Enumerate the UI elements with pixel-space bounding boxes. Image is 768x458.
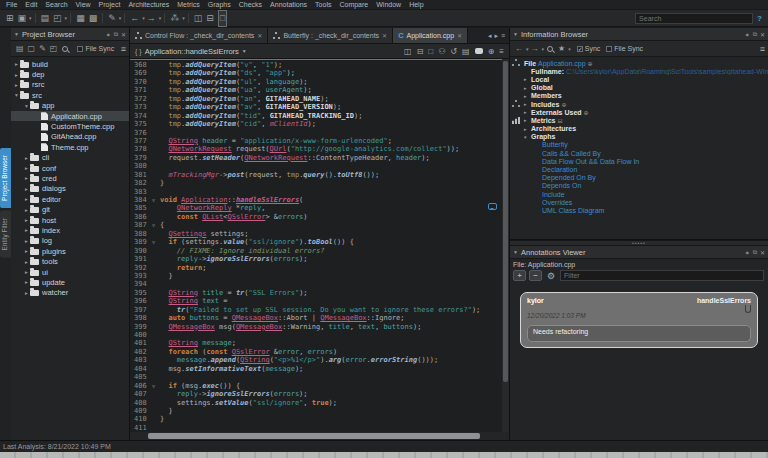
forward-icon[interactable]: → xyxy=(531,44,539,53)
tree-row-dialogs[interactable]: ▸dialogs xyxy=(11,184,129,194)
info-row-depended-on-by[interactable]: Depended On By xyxy=(524,174,768,182)
code-line[interactable]: 388 QSettings settings; xyxy=(130,230,509,238)
tree-row-dep[interactable]: ▸dep xyxy=(11,69,129,79)
graph-link[interactable]: Overrides xyxy=(542,199,572,206)
code-line[interactable]: 393 } xyxy=(130,272,509,280)
float-window-icon[interactable]: ⧉ xyxy=(753,31,757,38)
info-row-architectures[interactable]: ▸Architectures xyxy=(524,125,768,133)
graph-icon[interactable] xyxy=(512,100,521,108)
code-line[interactable]: 392 return; xyxy=(130,264,509,272)
expander-icon[interactable]: ▸ xyxy=(524,126,531,132)
file-sync-checkbox[interactable] xyxy=(606,46,612,52)
expander-icon[interactable]: ▸ xyxy=(23,238,30,244)
menu-help[interactable]: Help xyxy=(405,0,427,9)
menu-search[interactable]: Search xyxy=(41,0,71,9)
pin-icon[interactable]: ✶ xyxy=(745,31,750,38)
info-row-declaration[interactable]: Declaration xyxy=(524,165,768,173)
expander-icon[interactable]: ▸ xyxy=(23,155,30,161)
add-annotation-button[interactable]: + xyxy=(513,270,526,281)
code-line[interactable]: 397 tr("Failed to set up SSL session. Do… xyxy=(130,306,509,314)
open-folder-icon[interactable]: ◰ xyxy=(50,44,58,53)
annotation-marker-icon[interactable] xyxy=(488,203,497,210)
info-row-calls-called-by[interactable]: Calls && Called By xyxy=(524,149,768,157)
sync-checkbox[interactable] xyxy=(577,46,583,52)
info-row-data-flow-out-data-flow-in[interactable]: Data Flow Out && Data Flow In xyxy=(524,157,768,165)
graph-icon[interactable]: ⁂ xyxy=(170,11,179,26)
history-icon[interactable]: ↺ xyxy=(450,47,457,56)
code-line[interactable]: 378 QNetworkRequest request(QUrl("http:/… xyxy=(130,145,509,153)
menu-icon[interactable]: ≡ xyxy=(760,44,765,54)
code-view[interactable]: 368 tmp.addQueryItem("v", "1");369 tmp.a… xyxy=(130,59,509,432)
expand-all-icon[interactable]: ⊟ xyxy=(558,117,563,124)
save-icon[interactable]: ▦ xyxy=(76,11,85,26)
editor-vertical-scrollbar[interactable] xyxy=(502,59,509,432)
menu-graphs[interactable]: Graphs xyxy=(204,0,235,9)
editor-tab-control-flow-check-dir-contents[interactable]: Control Flow : _check_dir_contents✕ xyxy=(130,28,268,43)
info-row-metrics[interactable]: ▸Metrics⊟ xyxy=(524,116,768,124)
editor-tab-butterfly-check-dir-contents[interactable]: Butterfly : _check_dir_contents✕ xyxy=(268,28,393,43)
expander-icon[interactable]: ▸ xyxy=(23,186,30,192)
menu-metrics[interactable]: Metrics xyxy=(173,0,204,9)
chevron-down-icon[interactable]: ▼ xyxy=(513,31,518,37)
back-icon[interactable]: ← xyxy=(515,44,523,53)
info-row-includes[interactable]: ▸Includes⊕ xyxy=(524,100,768,108)
tree-row-rsrc[interactable]: ▸rsrc xyxy=(11,80,129,90)
code-line[interactable]: 379 request.setHeader(QNetworkRequest::C… xyxy=(130,154,509,162)
tab-scroll-left-icon[interactable]: ◂ xyxy=(488,32,492,40)
document-icon[interactable]: ▤ xyxy=(462,47,470,56)
code-line[interactable]: 394 xyxy=(130,280,509,288)
tree-row-editor[interactable]: ▸editor xyxy=(11,194,129,204)
expander-icon[interactable]: ▸ xyxy=(13,82,20,88)
code-line[interactable]: 372 tmp.addQueryItem("an", GITAHEAD_NAME… xyxy=(130,95,509,103)
annotation-card[interactable]: kylor handleSslErrors 12/20/2022 1:03 PM… xyxy=(520,292,758,348)
code-line[interactable]: 390 // FIXME: Ignore individual errors? xyxy=(130,247,509,255)
new-file-icon[interactable]: ▤ xyxy=(41,11,50,26)
search-icon[interactable] xyxy=(62,46,68,52)
tree-row-index[interactable]: ▸index xyxy=(11,225,129,235)
close-icon[interactable]: ✕ xyxy=(382,32,387,39)
layout-columns-icon[interactable]: ◫ xyxy=(404,47,412,56)
info-row-local[interactable]: ▸Local xyxy=(524,75,768,83)
menu-edit[interactable]: Edit xyxy=(21,0,41,9)
tree-row-build[interactable]: ▸build xyxy=(11,59,129,69)
close-icon[interactable]: ✕ xyxy=(457,32,462,39)
fold-icon[interactable]: ▽ xyxy=(152,221,160,229)
tree-row-watcher[interactable]: ▸watcher xyxy=(11,288,129,298)
code-line[interactable]: 380 xyxy=(130,162,509,170)
expander-icon[interactable]: ▸ xyxy=(524,93,531,99)
menu-checks[interactable]: Checks xyxy=(235,0,266,9)
expander-icon[interactable]: ▸ xyxy=(23,259,30,265)
graph-link[interactable]: Data Flow Out && Data Flow In xyxy=(542,158,639,165)
code-line[interactable]: 401 QString message; xyxy=(130,339,509,347)
tree-row-application-cpp[interactable]: Application.cpp xyxy=(11,111,129,121)
info-row-overrides[interactable]: Overrides xyxy=(524,198,768,206)
tree-row-cli[interactable]: ▸cli xyxy=(11,153,129,163)
tree-row-tools[interactable]: ▸tools xyxy=(11,256,129,266)
graph-link[interactable]: Include xyxy=(542,191,565,198)
float-window-icon[interactable]: ⧉ xyxy=(114,31,118,38)
tree-row-theme-cpp[interactable]: Theme.cpp xyxy=(11,142,129,152)
code-line[interactable]: 399 QMessageBox msg(QMessageBox::Warning… xyxy=(130,323,509,331)
info-row-externals-used[interactable]: ▸Externals Used⊕ xyxy=(524,108,768,116)
info-row-graphs[interactable]: ▾Graphs xyxy=(524,133,768,141)
tree-row-customtheme-cpp[interactable]: CustomTheme.cpp xyxy=(11,121,129,131)
code-line[interactable]: 368 tmp.addQueryItem("v", "1"); xyxy=(130,61,509,69)
float-window-icon[interactable]: ⧉ xyxy=(753,249,757,256)
graph-icon-dropdown[interactable]: ▾ xyxy=(182,15,185,21)
layout-single-icon[interactable]: □ xyxy=(428,47,433,56)
expander-icon[interactable]: ▸ xyxy=(23,165,30,171)
open-project-icon[interactable]: ▣ xyxy=(18,11,27,26)
side-tab-project-browser[interactable]: Project Browser xyxy=(0,148,11,208)
code-line[interactable]: 387▽{ xyxy=(130,221,509,229)
close-icon[interactable]: ✕ xyxy=(121,31,126,38)
open-project-icon-dropdown[interactable]: ▾ xyxy=(29,15,32,21)
globe-icon[interactable]: ⊕ xyxy=(488,47,495,56)
layout-rows-icon[interactable]: ⊟ xyxy=(417,47,424,56)
tree-row-app[interactable]: ▾app xyxy=(11,101,129,111)
code-line[interactable]: 404 msg.setInformativeText(message); xyxy=(130,365,509,373)
new-project-icon[interactable]: ⊞ xyxy=(6,11,14,26)
graph-link[interactable]: Butterfly xyxy=(542,141,568,148)
menu-compare[interactable]: Compare xyxy=(335,0,372,9)
expander-icon[interactable]: ▸ xyxy=(13,61,20,67)
expander-icon[interactable]: ▸ xyxy=(23,217,30,223)
